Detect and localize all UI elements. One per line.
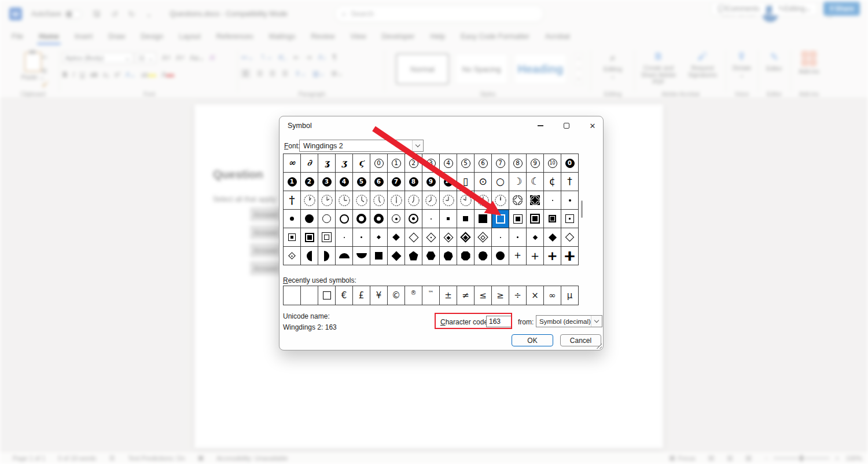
- symbol-cell[interactable]: 6: [475, 154, 492, 173]
- symbol-cell[interactable]: 1: [284, 173, 301, 191]
- symbol-cell[interactable]: [422, 228, 440, 247]
- recent-symbol-cell[interactable]: ™: [422, 286, 440, 305]
- symbol-cell[interactable]: 2: [301, 173, 318, 191]
- symbol-cell[interactable]: [318, 191, 336, 210]
- symbol-cell[interactable]: 3: [422, 154, 440, 173]
- dialog-close-button[interactable]: ✕: [584, 119, 601, 132]
- symbol-cell[interactable]: [284, 228, 301, 247]
- symbol-cell[interactable]: [527, 210, 544, 228]
- symbol-cell[interactable]: [561, 191, 579, 210]
- symbol-cell[interactable]: [301, 210, 318, 228]
- symbol-cell[interactable]: 6: [370, 173, 388, 191]
- recent-symbol-cell[interactable]: ≥: [492, 286, 509, 305]
- symbol-cell[interactable]: [527, 191, 544, 210]
- character-code-input[interactable]: [486, 316, 512, 327]
- symbol-cell[interactable]: [527, 228, 544, 247]
- symbol-cell[interactable]: ¢: [544, 173, 561, 191]
- chevron-down-icon[interactable]: [412, 140, 423, 151]
- symbol-cell[interactable]: [370, 210, 388, 228]
- symbol-cell[interactable]: [336, 228, 353, 247]
- symbol-cell[interactable]: [336, 247, 353, 265]
- recent-symbol-cell[interactable]: µ: [561, 286, 579, 305]
- symbol-cell[interactable]: [561, 228, 579, 247]
- from-select[interactable]: Symbol (decimal): [536, 315, 602, 327]
- recent-symbol-cell[interactable]: ®: [405, 286, 422, 305]
- symbol-cell[interactable]: [509, 228, 527, 247]
- symbol-cell[interactable]: [284, 210, 301, 228]
- symbol-cell[interactable]: 10: [544, 154, 561, 173]
- symbol-cell[interactable]: ∂: [301, 154, 318, 173]
- symbol-cell[interactable]: †: [284, 191, 301, 210]
- symbol-cell[interactable]: [492, 247, 509, 265]
- symbol-cell[interactable]: [405, 210, 422, 228]
- recent-symbol-cell[interactable]: ±: [440, 286, 457, 305]
- recent-symbol-cell[interactable]: ∞: [544, 286, 561, 305]
- symbol-cell[interactable]: [370, 228, 388, 247]
- symbol-cell[interactable]: 9: [422, 173, 440, 191]
- symbol-cell[interactable]: [301, 247, 318, 265]
- symbol-cell[interactable]: [388, 191, 405, 210]
- symbol-cell[interactable]: ☽: [509, 173, 527, 191]
- symbol-cell[interactable]: 9: [527, 154, 544, 173]
- symbol-cell[interactable]: [544, 228, 561, 247]
- symbol-cell[interactable]: 7: [388, 173, 405, 191]
- symbol-cell[interactable]: [318, 247, 336, 265]
- symbol-cell[interactable]: ▯: [457, 173, 475, 191]
- symbol-cell[interactable]: ʒ: [336, 154, 353, 173]
- symbol-cell[interactable]: [509, 191, 527, 210]
- symbol-cell[interactable]: [336, 191, 353, 210]
- symbol-cell[interactable]: 7: [492, 154, 509, 173]
- symbol-cell[interactable]: 8: [405, 173, 422, 191]
- recent-symbol-cell[interactable]: ×: [527, 286, 544, 305]
- symbol-cell[interactable]: ⊙: [475, 173, 492, 191]
- symbol-cell-selected[interactable]: [492, 210, 509, 228]
- symbol-cell[interactable]: [440, 191, 457, 210]
- recent-symbol-cell[interactable]: [318, 286, 336, 305]
- symbol-cell[interactable]: ∞: [284, 154, 301, 173]
- symbol-cell[interactable]: [509, 210, 527, 228]
- symbol-cell[interactable]: 5: [353, 173, 370, 191]
- symbol-cell[interactable]: ϛ: [353, 154, 370, 173]
- symbol-cell[interactable]: [440, 247, 457, 265]
- symbol-cell[interactable]: [405, 191, 422, 210]
- symbol-cell[interactable]: [422, 247, 440, 265]
- symbol-cell[interactable]: 4: [440, 154, 457, 173]
- symbol-cell[interactable]: [353, 228, 370, 247]
- symbol-cell[interactable]: [353, 191, 370, 210]
- symbol-cell[interactable]: [353, 247, 370, 265]
- recent-symbol-cell[interactable]: £: [353, 286, 370, 305]
- recent-symbol-cell[interactable]: ≠: [457, 286, 475, 305]
- symbol-cell[interactable]: 0: [561, 154, 579, 173]
- symbol-cell[interactable]: [561, 210, 579, 228]
- symbol-cell[interactable]: [370, 191, 388, 210]
- recent-symbol-cell[interactable]: ÷: [509, 286, 527, 305]
- symbol-cell[interactable]: [440, 228, 457, 247]
- recent-symbol-cell[interactable]: €: [336, 286, 353, 305]
- dialog-minimize-button[interactable]: [532, 119, 549, 132]
- symbol-cell[interactable]: [544, 191, 561, 210]
- symbol-cell[interactable]: [370, 247, 388, 265]
- symbol-cell[interactable]: [422, 191, 440, 210]
- cancel-button[interactable]: Cancel: [560, 334, 601, 346]
- symbol-cell[interactable]: ☾: [527, 173, 544, 191]
- recent-symbol-cell[interactable]: [284, 286, 301, 305]
- symbol-cell[interactable]: 0: [370, 154, 388, 173]
- recent-symbol-cell[interactable]: [301, 286, 318, 305]
- chevron-down-icon[interactable]: [591, 316, 602, 327]
- dialog-maximize-button[interactable]: [558, 119, 575, 132]
- symbol-cell[interactable]: 1: [388, 154, 405, 173]
- symbol-cell[interactable]: [405, 247, 422, 265]
- recent-symbol-cell[interactable]: ©: [388, 286, 405, 305]
- symbol-cell[interactable]: †: [561, 173, 579, 191]
- ok-button[interactable]: OK: [512, 334, 553, 346]
- recent-symbol-cell[interactable]: ≤: [475, 286, 492, 305]
- symbol-cell[interactable]: +: [544, 247, 561, 265]
- symbol-cell[interactable]: [475, 228, 492, 247]
- symbol-cell[interactable]: +: [527, 247, 544, 265]
- symbol-cell[interactable]: ○: [492, 173, 509, 191]
- symbol-cell[interactable]: [388, 210, 405, 228]
- symbol-cell[interactable]: [492, 228, 509, 247]
- symbol-cell[interactable]: 3: [318, 173, 336, 191]
- symbol-cell[interactable]: 2: [405, 154, 422, 173]
- symbol-cell[interactable]: [475, 210, 492, 228]
